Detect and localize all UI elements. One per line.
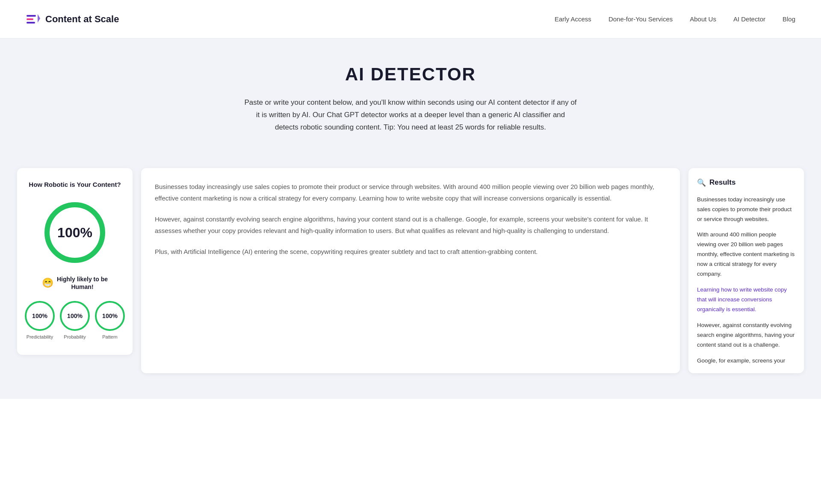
results-title: Results <box>709 178 735 187</box>
result-paragraph: However, against constantly evolving sea… <box>697 321 795 350</box>
nav-done-for-you[interactable]: Done-for-You Services <box>608 15 673 23</box>
small-circle-label: Probability <box>64 334 86 339</box>
small-circle-label: Predictability <box>27 334 53 339</box>
small-circle-item: 100%Pattern <box>95 301 125 339</box>
small-circles-row: 100%Predictability100%Probability100%Pat… <box>26 301 124 339</box>
svg-rect-1 <box>27 18 33 20</box>
nav-blog[interactable]: Blog <box>783 15 795 23</box>
progress-percentage: 100% <box>57 224 92 240</box>
result-paragraph: Learning how to write website copy that … <box>697 285 795 315</box>
svg-rect-0 <box>27 15 36 17</box>
human-text: Highly likely to be Human! <box>57 275 108 291</box>
result-paragraph: Google, for example, screens your <box>697 356 795 366</box>
middle-paragraph: Businesses today increasingly use sales … <box>155 181 666 204</box>
emoji-icon: 😁 <box>42 277 53 289</box>
human-label: 😁 Highly likely to be Human! <box>26 275 124 291</box>
small-circle-item: 100%Predictability <box>25 301 55 339</box>
small-circle-item: 100%Probability <box>60 301 90 339</box>
middle-paragraph: However, against constantly evolving sea… <box>155 213 666 236</box>
left-panel-title: How Robotic is Your Content? <box>26 180 124 189</box>
logo-area: Content at Scale <box>26 12 119 27</box>
result-paragraph: Businesses today increasingly use sales … <box>697 195 795 224</box>
results-content: Businesses today increasingly use sales … <box>697 195 795 366</box>
logo-text: Content at Scale <box>45 14 119 25</box>
small-circle-value: 100% <box>95 301 125 331</box>
header: Content at Scale Early Access Done-for-Y… <box>0 0 821 38</box>
small-circle-label: Pattern <box>102 334 117 339</box>
nav-about-us[interactable]: About Us <box>690 15 716 23</box>
right-panel: 🔍 Results Businesses today increasingly … <box>688 168 804 373</box>
hero-section: AI DETECTOR Paste or write your content … <box>0 38 821 155</box>
search-icon: 🔍 <box>697 178 706 187</box>
hero-description: Paste or write your content below, and y… <box>244 97 577 134</box>
content-area: How Robotic is Your Content? 100% 😁 High… <box>0 155 821 399</box>
small-circle-value: 100% <box>25 301 55 331</box>
svg-rect-2 <box>27 22 35 24</box>
progress-circle-container: 100% <box>41 198 109 267</box>
results-header: 🔍 Results <box>697 178 795 187</box>
page-title: AI DETECTOR <box>9 64 812 85</box>
logo-icon <box>26 12 41 27</box>
nav-early-access[interactable]: Early Access <box>555 15 591 23</box>
small-circle-value: 100% <box>60 301 90 331</box>
middle-paragraph: Plus, with Artificial Intelligence (AI) … <box>155 246 666 257</box>
left-panel: How Robotic is Your Content? 100% 😁 High… <box>17 168 133 355</box>
nav-ai-detector[interactable]: AI Detector <box>733 15 765 23</box>
middle-panel[interactable]: Businesses today increasingly use sales … <box>141 168 680 373</box>
main-nav: Early Access Done-for-You Services About… <box>555 15 795 23</box>
result-paragraph: With around 400 million people viewing o… <box>697 230 795 279</box>
svg-marker-3 <box>38 14 40 23</box>
